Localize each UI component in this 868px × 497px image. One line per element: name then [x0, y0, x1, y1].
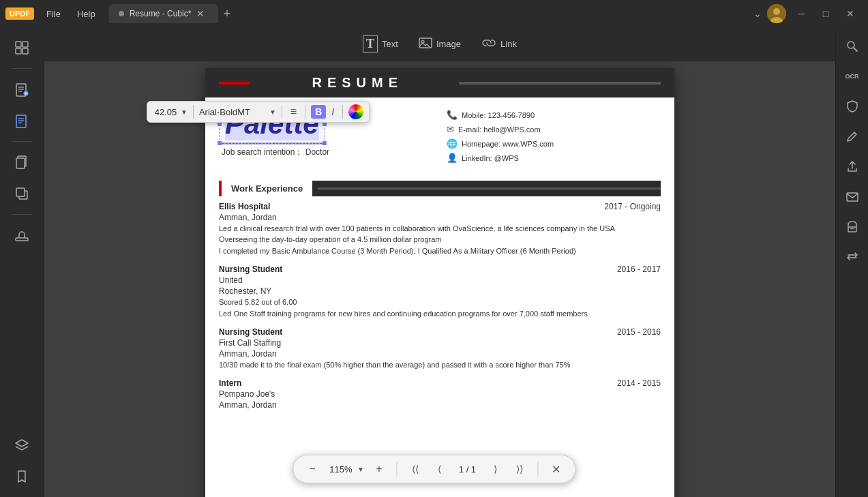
scroll-bottom-button[interactable]: ⟩⟩	[510, 460, 529, 479]
bottom-divider-1	[397, 462, 398, 477]
svg-rect-21	[16, 188, 25, 196]
stamp-icon[interactable]	[7, 222, 37, 249]
minimize-button[interactable]: ─	[792, 4, 811, 23]
font-family-dropdown[interactable]: ▼	[269, 108, 276, 116]
prev-page-button[interactable]: ⟨	[430, 460, 449, 479]
svg-rect-3	[16, 42, 21, 47]
work-experience-label: Work Experience	[219, 181, 312, 196]
location-3: Amman, Jordan	[219, 349, 661, 359]
toolbar-divider-2	[282, 105, 282, 119]
pages-icon[interactable]	[7, 149, 37, 176]
linkedin-text: LinkedIn: @WPS	[462, 154, 519, 162]
exp-entry-2: Nursing Student 2016 - 2017 United Roche…	[219, 265, 661, 319]
red-bar-left	[219, 82, 250, 85]
menu-file[interactable]: File	[40, 6, 68, 22]
close-button[interactable]: ✕	[841, 4, 860, 23]
tab-resume[interactable]: Resume - Cubic* ✕	[109, 4, 218, 23]
phone-icon: 📞	[447, 110, 458, 120]
close-overlay-button[interactable]: ✕	[546, 460, 565, 479]
left-sidebar	[0, 27, 44, 497]
svg-rect-28	[419, 38, 432, 48]
svg-point-1	[773, 8, 780, 15]
svg-rect-4	[23, 42, 28, 47]
color-picker-button[interactable]	[348, 104, 363, 119]
zoom-in-button[interactable]: +	[370, 460, 389, 479]
italic-button[interactable]: I	[329, 105, 337, 119]
exp-header-1: Ellis Hospital 2017 - Ongoing	[219, 202, 661, 211]
share-icon[interactable]	[840, 154, 865, 179]
mail-icon[interactable]	[840, 184, 865, 209]
annotation-icon[interactable]	[7, 76, 37, 103]
scroll-top-button[interactable]: ⟨⟨	[406, 460, 425, 479]
ocr-icon[interactable]: OCR	[840, 64, 865, 89]
font-size-value[interactable]: 42.05	[153, 107, 179, 117]
web-icon: 🌐	[447, 138, 458, 149]
tab-label: Resume - Cubic*	[130, 9, 192, 18]
font-family-control[interactable]: Arial-BoldMT ▼	[199, 107, 276, 117]
bookmark-icon[interactable]	[7, 463, 37, 490]
homepage-contact: 🌐 Homepage: www.WPS.com	[447, 138, 661, 149]
underline-bar	[221, 142, 325, 145]
linkedin-contact: 👤 LinkedIn: @WPS	[447, 153, 661, 163]
mobile-text: Mobile: 123-456-7890	[462, 111, 535, 119]
font-family-value[interactable]: Arial-BoldMT	[199, 107, 267, 117]
job-intention: Job search intention： Doctor	[219, 147, 433, 158]
company-4: Intern	[219, 378, 241, 388]
tab-close-button[interactable]: ✕	[196, 8, 205, 19]
layers-icon[interactable]	[7, 432, 37, 459]
svg-rect-27	[850, 228, 854, 229]
text-tool[interactable]: T Text	[363, 35, 398, 52]
menu-help[interactable]: Help	[70, 6, 102, 22]
image-tool[interactable]: Image	[419, 37, 461, 52]
svg-line-24	[854, 48, 857, 51]
exp-entry-4: Intern 2014 - 2015 Pompano Joe's Amman, …	[219, 378, 661, 410]
pdf-page: RESUME Palette Job search intention：	[205, 68, 674, 497]
bullet-2-0: Scored 5.82 out of 6.00	[219, 297, 661, 307]
convert-icon[interactable]	[840, 244, 865, 269]
add-tab-button[interactable]: +	[224, 7, 231, 21]
chevron-icon[interactable]: ⌄	[753, 8, 762, 19]
date-3: 2015 - 2016	[617, 327, 661, 337]
zoom-dropdown[interactable]: ▼	[357, 466, 364, 473]
exp-entry-3: Nursing Student 2015 - 2016 First Call S…	[219, 327, 661, 370]
bullet-1-2: I completed my Basic Ambulance Course (3…	[219, 246, 661, 256]
svg-rect-19	[16, 158, 25, 168]
bold-button[interactable]: B	[311, 105, 326, 119]
copy-icon[interactable]	[7, 180, 37, 207]
resume-header: RESUME	[205, 68, 674, 97]
print-icon[interactable]	[840, 214, 865, 239]
bullet-3-0: 10/30 made it to the final exam (50% hig…	[219, 360, 661, 370]
font-size-control[interactable]: 42.05 ▼	[153, 107, 188, 117]
text-icon: T	[363, 35, 378, 52]
protect-icon[interactable]	[840, 94, 865, 119]
sub-company-2: United	[219, 275, 661, 285]
zoom-out-button[interactable]: −	[303, 460, 322, 479]
exp-header-3: Nursing Student 2015 - 2016	[219, 327, 661, 337]
svg-rect-5	[16, 48, 21, 54]
next-page-button[interactable]: ⟩	[485, 460, 505, 479]
edit-right-icon[interactable]	[840, 124, 865, 149]
date-4: 2014 - 2015	[617, 378, 661, 388]
link-tool[interactable]: Link	[481, 38, 517, 50]
page-indicator: 1 / 1	[455, 464, 480, 475]
zoom-value[interactable]: 115%	[327, 464, 355, 475]
svg-rect-14	[16, 115, 26, 127]
align-button[interactable]: ≡	[288, 104, 299, 119]
date-2: 2016 - 2017	[617, 265, 661, 274]
maximize-button[interactable]: □	[816, 4, 835, 23]
location-1: Amman, Jordan	[219, 213, 661, 222]
text-tool-label: Text	[382, 39, 398, 49]
tab-area: Resume - Cubic* ✕ +	[109, 4, 753, 23]
font-size-dropdown[interactable]: ▼	[181, 108, 188, 116]
sub-company-3: First Call Staffing	[219, 338, 661, 348]
sub-company-4: Pompano Joe's	[219, 389, 661, 399]
bullet-2-1: Led One Staff training programs for new …	[219, 309, 661, 319]
search-icon[interactable]	[840, 34, 865, 59]
avatar[interactable]	[767, 4, 786, 23]
email-icon: ✉	[447, 124, 454, 134]
tab-dot	[119, 11, 124, 16]
thumbnail-icon[interactable]	[7, 34, 37, 61]
company-1: Ellis Hospital	[219, 202, 270, 211]
zoom-control: 115% ▼	[327, 464, 364, 475]
edit-icon[interactable]	[7, 107, 37, 134]
